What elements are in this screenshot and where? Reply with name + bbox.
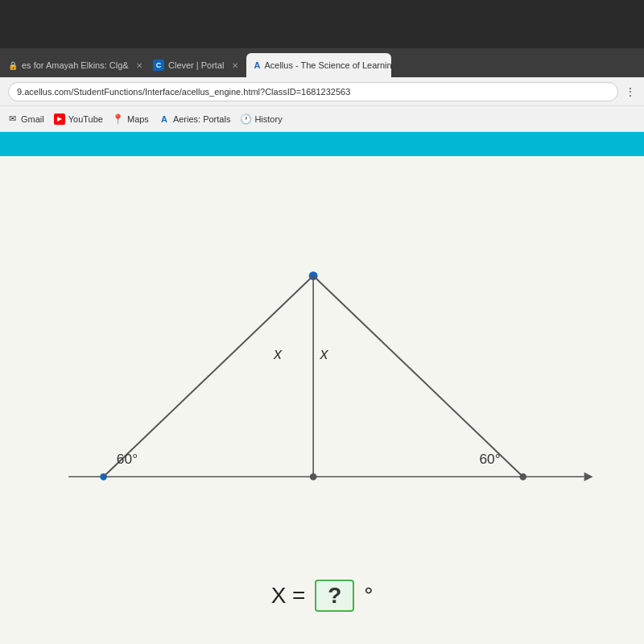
maps-label: Maps	[127, 114, 149, 124]
tab-2[interactable]: C Clever | Portal ✕	[145, 53, 246, 77]
tab-2-close[interactable]: ✕	[232, 61, 238, 70]
share-icon[interactable]: ⋮	[625, 85, 636, 98]
bookmark-aeries[interactable]: A Aeries: Portals	[159, 114, 231, 125]
bookmark-gmail[interactable]: ✉ Gmail	[6, 114, 44, 125]
x-label-left: x	[273, 345, 283, 362]
tab-1[interactable]: 🔒 es for Amayah Elkins: Clg& ✕	[0, 53, 145, 77]
tab-3-label: Acellus - The Science of Learning	[264, 60, 390, 70]
svg-line-6	[104, 276, 314, 477]
camera-bar	[0, 0, 644, 48]
answer-area: X = ? °	[271, 572, 374, 628]
tab-bar: 🔒 es for Amayah Elkins: Clg& ✕ C Clever …	[0, 48, 644, 77]
angle-left-label: 60°	[117, 451, 138, 467]
tab-3-icon: A	[254, 60, 261, 71]
youtube-label: YouTube	[68, 114, 103, 124]
aeries-label: Aeries: Portals	[173, 114, 231, 124]
history-label: History	[254, 114, 282, 124]
triangle-diagram: x x 60° 60°	[16, 172, 628, 572]
svg-line-7	[313, 276, 523, 477]
address-bar: 9.acellus.com/StudentFunctions/Interface…	[0, 77, 644, 106]
bookmark-history[interactable]: 🕐 History	[240, 114, 282, 125]
svg-marker-1	[584, 473, 593, 481]
tab-1-close[interactable]: ✕	[136, 61, 142, 70]
aeries-icon: A	[159, 114, 170, 125]
answer-degree: °	[364, 583, 373, 608]
x-label-right: x	[320, 345, 329, 362]
tab-2-icon: C	[153, 60, 164, 71]
tab-2-label: Clever | Portal	[168, 60, 225, 70]
gmail-icon: ✉	[6, 114, 18, 125]
diagram-area: x x 60° 60°	[16, 172, 628, 572]
answer-input-box[interactable]: ?	[315, 580, 354, 612]
answer-value: ?	[328, 583, 341, 608]
answer-x-label: X =	[271, 583, 312, 608]
angle-right-label: 60°	[479, 451, 500, 467]
tab-1-label: es for Amayah Elkins: Clg&	[22, 60, 129, 70]
bookmark-youtube[interactable]: ▶ YouTube	[54, 114, 103, 125]
bookmark-maps[interactable]: 📍 Maps	[113, 114, 149, 125]
tab-3[interactable]: A Acellus - The Science of Learning ✕	[246, 53, 391, 77]
youtube-icon: ▶	[54, 114, 65, 125]
tab-1-icon: 🔒	[8, 60, 18, 71]
main-content: x x 60° 60° X = ? °	[0, 156, 644, 644]
bookmarks-bar: ✉ Gmail ▶ YouTube 📍 Maps A Aeries: Porta…	[0, 106, 644, 132]
gmail-label: Gmail	[21, 114, 44, 124]
history-clock-icon: 🕐	[240, 114, 251, 125]
content-header-strip	[0, 132, 644, 156]
url-text: 9.acellus.com/StudentFunctions/Interface…	[17, 87, 350, 97]
maps-icon: 📍	[113, 114, 124, 125]
url-bar[interactable]: 9.acellus.com/StudentFunctions/Interface…	[8, 82, 618, 101]
